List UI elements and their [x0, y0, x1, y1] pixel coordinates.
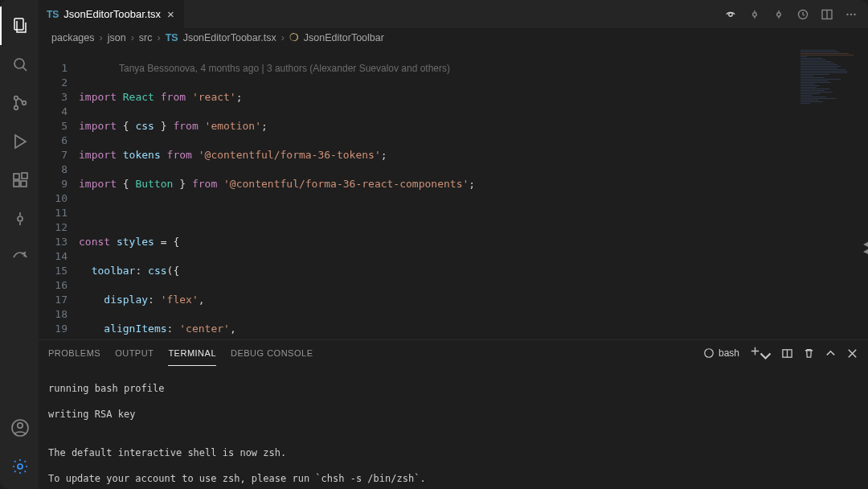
breadcrumb-segment[interactable]: JsonEditorToobar.tsx — [183, 32, 276, 43]
maximize-panel-icon[interactable] — [825, 347, 837, 360]
breadcrumb-segment[interactable]: packages — [51, 32, 95, 43]
more-actions-icon[interactable] — [844, 7, 858, 22]
diff-prev-icon[interactable] — [747, 7, 762, 22]
tab-title: JsonEditorToobar.tsx — [63, 8, 161, 20]
main-area: TS JsonEditorToobar.tsx × packages › jso… — [39, 0, 868, 489]
ts-file-icon: TS — [47, 9, 59, 20]
svg-point-18 — [846, 13, 848, 14]
close-tab-icon[interactable]: × — [166, 7, 176, 21]
breadcrumb-segment[interactable]: json — [108, 32, 126, 43]
panel-tab-debug-console[interactable]: DEBUG CONSOLE — [231, 340, 313, 366]
breadcrumb[interactable]: packages › json › src › TS JsonEditorToo… — [39, 28, 868, 47]
breadcrumb-segment[interactable]: src — [139, 32, 153, 43]
collapse-handle-icon[interactable]: ◀◀ — [863, 240, 868, 256]
editor-tab[interactable]: TS JsonEditorToobar.tsx × — [39, 0, 185, 28]
breadcrumb-symbol[interactable]: JsonEditorToolbar — [304, 32, 384, 43]
split-editor-icon[interactable] — [820, 7, 834, 22]
extensions-icon[interactable] — [0, 161, 39, 199]
svg-point-2 — [14, 97, 18, 101]
svg-point-12 — [18, 464, 23, 469]
code-editor[interactable]: 12345678910111213141516171819 Tanya Bess… — [39, 47, 791, 339]
panel: PROBLEMS OUTPUT TERMINAL DEBUG CONSOLE b… — [39, 339, 868, 489]
accounts-icon[interactable] — [0, 409, 39, 447]
svg-rect-5 — [14, 174, 19, 179]
share-icon[interactable] — [0, 238, 39, 277]
activity-bar — [0, 0, 39, 489]
line-number-gutter: 12345678910111213141516171819 — [39, 47, 79, 339]
svg-rect-8 — [22, 173, 27, 179]
new-terminal-icon[interactable] — [749, 345, 772, 362]
symbol-icon: ❍ — [289, 31, 299, 43]
panel-tab-output[interactable]: OUTPUT — [115, 340, 154, 366]
source-control-icon[interactable] — [0, 84, 39, 122]
ts-file-icon: TS — [166, 32, 178, 43]
svg-point-10 — [18, 423, 23, 428]
diff-next-icon[interactable] — [772, 7, 786, 22]
tab-bar: TS JsonEditorToobar.tsx × — [39, 0, 868, 28]
svg-point-9 — [18, 216, 23, 221]
svg-rect-7 — [21, 181, 27, 187]
minimap[interactable]: ◀◀ — [791, 47, 868, 339]
terminal-output[interactable]: running bash profile writing RSA key The… — [39, 366, 868, 489]
svg-rect-6 — [14, 181, 19, 187]
panel-tabs: PROBLEMS OUTPUT TERMINAL DEBUG CONSOLE b… — [39, 340, 868, 366]
explorer-icon[interactable] — [0, 6, 39, 45]
settings-gear-icon[interactable] — [0, 447, 39, 486]
svg-rect-0 — [14, 18, 23, 30]
gitlens-icon[interactable] — [0, 199, 39, 238]
svg-point-14 — [753, 12, 757, 16]
kill-terminal-icon[interactable] — [803, 347, 815, 360]
gitlens-blame-annotation: Tanya Bessonova, 4 months ago | 3 author… — [79, 61, 791, 76]
split-terminal-icon[interactable] — [781, 347, 793, 360]
code-content[interactable]: Tanya Bessonova, 4 months ago | 3 author… — [79, 47, 791, 339]
svg-point-15 — [777, 12, 781, 16]
terminal-shell-selector[interactable]: bash — [703, 347, 739, 359]
svg-point-20 — [854, 13, 855, 14]
svg-point-19 — [850, 13, 852, 14]
svg-point-1 — [14, 59, 24, 68]
panel-actions: bash — [703, 345, 858, 362]
search-icon[interactable] — [0, 45, 39, 84]
panel-tab-problems[interactable]: PROBLEMS — [48, 340, 100, 366]
svg-point-13 — [729, 12, 732, 15]
editor-area: 12345678910111213141516171819 Tanya Bess… — [39, 47, 868, 339]
editor-title-actions — [723, 0, 868, 28]
run-debug-icon[interactable] — [0, 122, 39, 161]
close-panel-icon[interactable] — [846, 347, 858, 360]
panel-tab-terminal[interactable]: TERMINAL — [168, 340, 216, 366]
open-changes-icon[interactable] — [796, 7, 810, 22]
svg-point-21 — [705, 349, 714, 358]
gitlens-toggle-icon[interactable] — [723, 7, 738, 22]
svg-point-3 — [14, 106, 18, 110]
